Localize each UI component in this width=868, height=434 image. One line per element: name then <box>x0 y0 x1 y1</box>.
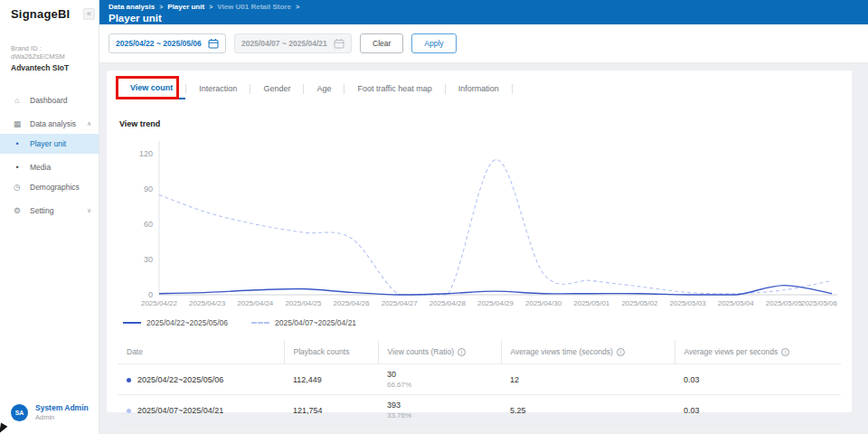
svg-text:2025/05/03: 2025/05/03 <box>670 299 707 307</box>
legend-label: 2025/04/07~2025/04/21 <box>275 318 356 327</box>
calendar-icon <box>208 38 219 49</box>
user-profile[interactable]: SA System Admin Admin <box>0 403 99 421</box>
breadcrumb-separator: > <box>159 4 163 10</box>
breadcrumb-separator: > <box>209 4 212 10</box>
chevron-up-icon: ∧ <box>87 120 91 127</box>
sidebar-item-label: Media <box>30 163 51 172</box>
column-view-counts: View counts (Ratio)i <box>378 340 501 364</box>
cell-playback: 112,449 <box>284 364 378 395</box>
view-count: 30 <box>387 370 492 379</box>
filter-bar: 2025/04/22 ~ 2025/05/06 2025/04/07 ~ 202… <box>99 24 868 63</box>
tab-age[interactable]: Age <box>304 78 344 99</box>
svg-text:2025/04/26: 2025/04/26 <box>334 299 371 307</box>
table-row: 2025/04/22~2025/05/06 112,449 30 66.67% … <box>118 364 841 395</box>
svg-text:2025/04/30: 2025/04/30 <box>525 299 562 307</box>
svg-text:2025/05/05: 2025/05/05 <box>766 299 803 307</box>
sidebar-item-label: Setting <box>30 206 53 215</box>
tab-foot-traffic-heat-map[interactable]: Foot traffic heat map <box>344 78 444 99</box>
svg-text:30: 30 <box>144 255 153 264</box>
cell-playback: 121,754 <box>284 395 378 426</box>
column-date: Date <box>118 340 284 364</box>
view-count: 393 <box>387 401 492 410</box>
breadcrumb-separator: > <box>296 4 299 10</box>
svg-text:0: 0 <box>148 290 153 299</box>
cell-date: 2025/04/07~2025/04/21 <box>118 395 284 426</box>
sidebar-item-label: Dashboard <box>30 96 68 105</box>
page-header: Data analysis > Player unit > View U01 R… <box>99 0 868 24</box>
chart-title: View trend <box>119 119 841 128</box>
table-header-row: Date Playback counts View counts (Ratio)… <box>118 340 841 364</box>
chart-legend: 2025/04/22~2025/05/06 2025/04/07~2025/04… <box>123 318 841 327</box>
svg-text:2025/04/23: 2025/04/23 <box>189 299 226 307</box>
cell-avg-time: 12 <box>501 364 675 395</box>
brand-name: Advantech SIoT <box>11 63 88 72</box>
sidebar-nav: ⌂ Dashboard ▦ Data analysis ∧ • Player u… <box>0 90 99 221</box>
gear-icon: ⚙ <box>12 206 23 215</box>
svg-text:90: 90 <box>144 184 153 193</box>
sidebar-collapse-icon[interactable]: « <box>83 8 95 20</box>
legend-sample <box>251 322 269 324</box>
cell-date: 2025/04/22~2025/05/06 <box>118 364 284 395</box>
page-title: Player unit <box>108 13 868 24</box>
info-icon[interactable]: i <box>781 348 789 356</box>
breadcrumb-player-unit[interactable]: Player unit <box>167 3 204 11</box>
chevron-down-icon: ∨ <box>87 207 91 214</box>
date-range-compare-value: 2025/04/07 ~ 2025/04/21 <box>241 39 327 48</box>
cell-avg-per-sec: 0.03 <box>675 364 841 395</box>
sidebar-item-player-unit[interactable]: • Player unit <box>0 134 99 154</box>
sidebar-item-setting[interactable]: ⚙ Setting ∨ <box>0 201 99 221</box>
legend-label: 2025/04/22~2025/05/06 <box>146 318 228 327</box>
svg-text:2025/04/25: 2025/04/25 <box>285 299 322 307</box>
clear-button[interactable]: Clear <box>360 33 403 53</box>
legend-item-previous[interactable]: 2025/04/07~2025/04/21 <box>251 318 356 327</box>
date-range-primary[interactable]: 2025/04/22 ~ 2025/05/06 <box>108 33 226 53</box>
info-icon[interactable]: i <box>617 348 625 356</box>
tab-interaction[interactable]: Interaction <box>186 78 250 99</box>
sidebar-item-label: Player unit <box>30 139 66 148</box>
svg-text:2025/04/29: 2025/04/29 <box>477 299 514 307</box>
apply-button[interactable]: Apply <box>411 33 456 53</box>
sidebar-item-dashboard[interactable]: ⌂ Dashboard <box>0 90 99 110</box>
table-row: 2025/04/07~2025/04/21 121,754 393 33.76%… <box>118 395 841 426</box>
column-average-views-per-seconds: Average views per secondsi <box>675 340 841 364</box>
trend-chart: 03060901202025/04/222025/04/232025/04/24… <box>118 130 841 313</box>
tab-view-count[interactable]: View count <box>118 78 185 99</box>
trend-chart-svg: 03060901202025/04/222025/04/232025/04/24… <box>118 130 841 309</box>
svg-text:2025/04/24: 2025/04/24 <box>237 299 274 307</box>
breadcrumb-data-analysis[interactable]: Data analysis <box>108 3 155 11</box>
main-area: Data analysis > Player unit > View U01 R… <box>99 0 868 434</box>
legend-sample <box>123 322 141 324</box>
cell-views: 30 66.67% <box>378 364 501 395</box>
app-root: SignageBI « Brand ID : dWa26ZsECMSM Adva… <box>0 0 868 434</box>
sidebar-item-data-analysis[interactable]: ▦ Data analysis ∧ <box>0 114 99 134</box>
demographics-icon: ◷ <box>12 183 23 192</box>
svg-text:2025/05/06: 2025/05/06 <box>801 299 838 307</box>
home-icon: ⌂ <box>12 96 23 105</box>
bullet-icon: • <box>12 139 23 148</box>
user-name: System Admin <box>35 403 89 412</box>
cell-avg-time: 5.25 <box>501 395 675 426</box>
avatar: SA <box>11 404 28 421</box>
date-range-primary-value: 2025/04/22 ~ 2025/05/06 <box>116 39 202 48</box>
sidebar-item-demographics[interactable]: ◷ Demographics <box>0 177 99 197</box>
user-role: Admin <box>35 413 89 421</box>
breadcrumb-view-store[interactable]: View U01 Retail Store <box>217 3 291 11</box>
svg-text:120: 120 <box>139 149 153 158</box>
sidebar-item-media[interactable]: • Media <box>0 157 99 177</box>
svg-text:60: 60 <box>144 220 153 229</box>
legend-item-current[interactable]: 2025/04/22~2025/05/06 <box>123 318 228 327</box>
view-ratio: 66.67% <box>387 381 492 389</box>
content-area: View count Interaction Gender Age Foot t… <box>99 63 868 434</box>
info-icon[interactable]: i <box>458 348 466 356</box>
tab-gender[interactable]: Gender <box>250 78 303 99</box>
summary-table: Date Playback counts View counts (Ratio)… <box>118 340 841 426</box>
tab-information[interactable]: Information <box>446 78 512 99</box>
view-ratio: 33.76% <box>387 411 492 420</box>
chart-icon: ▦ <box>12 119 23 128</box>
bullet-icon: • <box>12 163 23 172</box>
date-range-compare[interactable]: 2025/04/07 ~ 2025/04/21 <box>234 33 352 53</box>
sidebar: SignageBI « Brand ID : dWa26ZsECMSM Adva… <box>0 0 99 434</box>
content-card: View count Interaction Gender Age Foot t… <box>107 71 852 412</box>
svg-text:2025/04/27: 2025/04/27 <box>382 299 419 307</box>
calendar-icon <box>334 38 344 49</box>
